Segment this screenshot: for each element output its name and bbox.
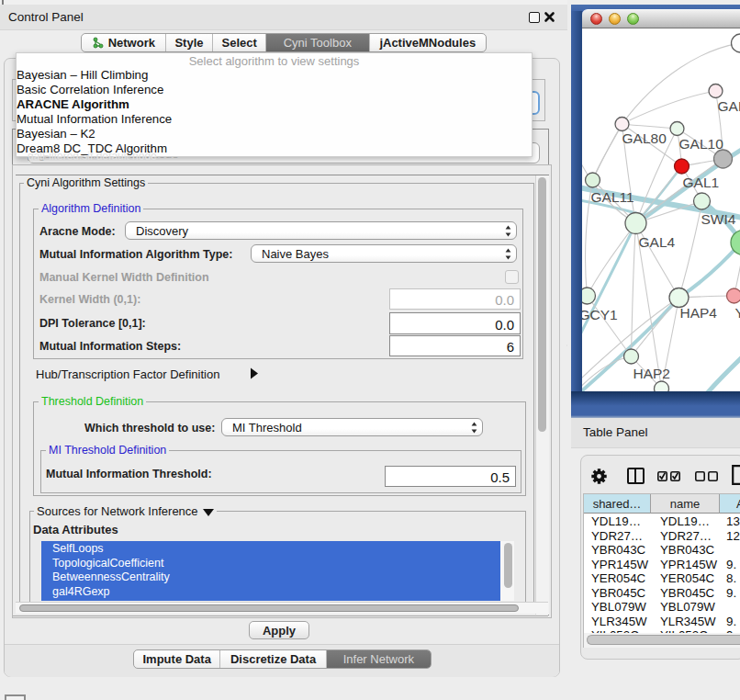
svg-text:GAL80: GAL80 bbox=[622, 130, 667, 146]
svg-text:GAL2: GAL2 bbox=[718, 98, 740, 114]
svg-text:GAL10: GAL10 bbox=[679, 136, 724, 152]
svg-text:GAL1: GAL1 bbox=[683, 175, 720, 190]
svg-text:GCY1: GCY1 bbox=[582, 307, 618, 322]
svg-text:GAL11: GAL11 bbox=[591, 189, 634, 205]
svg-text:GAL4: GAL4 bbox=[639, 234, 676, 250]
svg-text:HAP2: HAP2 bbox=[633, 366, 671, 381]
svg-text:HAP4: HAP4 bbox=[680, 305, 718, 321]
svg-text:Y: Y bbox=[735, 305, 740, 321]
svg-text:SWI4: SWI4 bbox=[701, 211, 736, 227]
